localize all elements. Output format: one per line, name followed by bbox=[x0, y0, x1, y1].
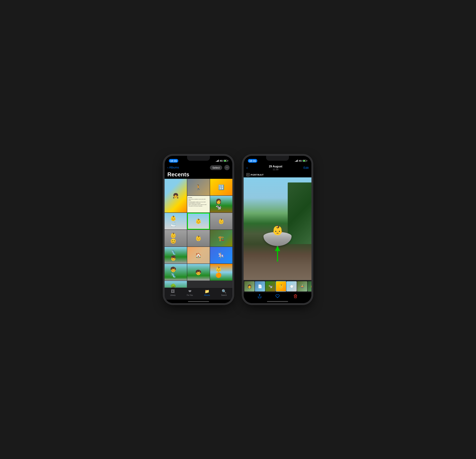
photo-cell-text[interactable]: Its Fine Space ails us moderna: we are s… bbox=[187, 196, 210, 213]
film-thumb-7[interactable] bbox=[307, 281, 311, 291]
for-you-icon: ❤ bbox=[188, 289, 191, 294]
detail-status-icons: 4G ⚡ bbox=[295, 159, 307, 162]
photo-cell-baby-bowl-1[interactable]: 👶🛁 bbox=[165, 213, 187, 230]
home-bar bbox=[188, 301, 209, 302]
photo-mosaic: 👧 🚶 🔢 Its Fine Space ails us moderna: we… bbox=[165, 179, 232, 287]
detail-status-time: 10:31 bbox=[248, 159, 257, 163]
film-thumb-2[interactable] bbox=[255, 281, 265, 291]
recents-title-area: Recents bbox=[165, 171, 232, 179]
library-icon: 🖼 bbox=[171, 289, 175, 294]
green-arrow-indicator bbox=[275, 246, 280, 262]
arrow-shaft bbox=[277, 251, 278, 262]
film-strip bbox=[244, 280, 311, 292]
photos-header: ‹ Albums Select ··· bbox=[165, 164, 232, 171]
detail-battery-icon: ⚡ bbox=[303, 160, 307, 162]
photo-cell-baby-2[interactable]: 👶 bbox=[210, 213, 232, 230]
share-button[interactable] bbox=[257, 294, 262, 298]
nav-for-you[interactable]: ❤ For You bbox=[187, 289, 193, 296]
bowl-scene: 👶 bbox=[244, 177, 311, 280]
search-label: Search bbox=[221, 294, 227, 296]
detail-home-indicator bbox=[244, 300, 311, 303]
right-phone: 10:31 4G ⚡ ‹ bbox=[243, 156, 312, 303]
back-chevron: ‹ bbox=[167, 166, 169, 169]
photo-detail-screen: 10:31 4G ⚡ ‹ bbox=[244, 156, 311, 303]
status-icons: 4G ⚡ bbox=[216, 159, 228, 162]
arrow-head bbox=[275, 246, 280, 251]
film-thumb-1[interactable] bbox=[244, 281, 255, 291]
albums-back-button[interactable]: ‹ Albums bbox=[167, 166, 179, 169]
library-label: Library bbox=[170, 294, 176, 296]
search-icon: 🔍 bbox=[222, 289, 226, 294]
photo-cell-slide-1[interactable]: 🛝👦 bbox=[165, 247, 187, 263]
edit-button[interactable]: Edit bbox=[304, 166, 309, 170]
status-time: 10:31 bbox=[169, 159, 178, 163]
portrait-icon: ⬛ bbox=[246, 173, 250, 176]
select-button[interactable]: Select bbox=[210, 165, 222, 170]
photo-cell-2[interactable]: 🚶 bbox=[187, 179, 210, 196]
albums-label: Albums bbox=[204, 294, 210, 296]
detail-actions bbox=[244, 292, 311, 300]
photo-cell-room[interactable]: 🏠 bbox=[187, 247, 210, 263]
main-photo[interactable]: 👶 bbox=[244, 177, 311, 280]
photo-grid[interactable]: 👧 🚶 🔢 Its Fine Space ails us moderna: we… bbox=[165, 179, 232, 287]
notch-right bbox=[266, 156, 289, 161]
nav-search[interactable]: 🔍 Search bbox=[221, 289, 227, 296]
bottom-nav: 🖼 Library ❤ For You 📁 Albums 🔍 Search bbox=[165, 287, 232, 300]
more-button[interactable]: ··· bbox=[224, 165, 230, 170]
home-indicator bbox=[165, 300, 232, 303]
film-thumb-5[interactable] bbox=[287, 281, 297, 291]
detail-signal-icon bbox=[295, 160, 298, 162]
power-button-right[interactable] bbox=[311, 187, 312, 202]
photo-cell-park[interactable]: 🌳🧒 bbox=[165, 281, 187, 287]
favorite-button[interactable] bbox=[275, 294, 280, 298]
for-you-label: For You bbox=[187, 294, 193, 296]
detail-home-bar bbox=[267, 301, 288, 302]
network-type: 4G bbox=[220, 159, 223, 162]
signal-icon bbox=[216, 160, 219, 162]
photo-cell-1[interactable]: 👧 bbox=[165, 179, 187, 213]
portrait-badge: ⬛ PORTRAIT bbox=[244, 172, 311, 177]
notch bbox=[187, 156, 210, 161]
albums-icon: 📁 bbox=[205, 289, 209, 294]
photo-cell-selected[interactable]: 👶 bbox=[187, 213, 210, 230]
left-phone: 10:31 4G ⚡ bbox=[164, 156, 233, 303]
delete-button[interactable] bbox=[293, 294, 298, 298]
photo-cell-playground[interactable]: 🎠 bbox=[210, 247, 232, 263]
film-thumb-4-active[interactable] bbox=[276, 281, 286, 291]
header-actions: Select ··· bbox=[210, 165, 230, 170]
nav-albums[interactable]: 📁 Albums bbox=[204, 289, 210, 296]
bowl-shape: 👶 bbox=[264, 232, 292, 246]
photo-date: 29 August bbox=[269, 165, 282, 168]
photo-cell-baby-stand[interactable]: 🧒 bbox=[187, 264, 210, 280]
power-button[interactable] bbox=[232, 187, 233, 202]
photo-cell-structure[interactable]: 🏗️ bbox=[210, 230, 232, 246]
photo-cell-slide-2[interactable]: 🧒🛝 bbox=[165, 264, 187, 280]
photo-cell-3[interactable]: 🔢 bbox=[210, 179, 232, 196]
detail-title-group: 29 August 11:30 bbox=[269, 165, 282, 171]
photo-cell-baby-side[interactable]: 👶 bbox=[187, 230, 210, 246]
photo-cell-woman-cow[interactable]: 👩🐄 bbox=[210, 196, 232, 213]
recents-heading: Recents bbox=[167, 171, 230, 178]
photo-time: 11:30 bbox=[269, 168, 282, 171]
nav-library[interactable]: 🖼 Library bbox=[170, 289, 176, 296]
film-thumb-3[interactable] bbox=[265, 281, 276, 291]
detail-back-button[interactable]: ‹ bbox=[246, 166, 248, 170]
portrait-label: PORTRAIT bbox=[251, 173, 264, 176]
photo-cell-baby-3[interactable]: 👶😊 bbox=[165, 230, 187, 246]
photo-cell-baby-orange[interactable]: 👶🟠 bbox=[210, 264, 232, 280]
detail-network-type: 4G bbox=[299, 159, 302, 162]
detail-header: ‹ 29 August 11:30 Edit bbox=[244, 164, 311, 172]
film-thumb-6[interactable] bbox=[297, 281, 307, 291]
battery-icon: ⚡ bbox=[224, 160, 228, 162]
albums-label: Albums bbox=[169, 166, 179, 169]
photos-app-screen: 10:31 4G ⚡ bbox=[165, 156, 232, 303]
baby-emoji: 👶 bbox=[272, 225, 283, 236]
